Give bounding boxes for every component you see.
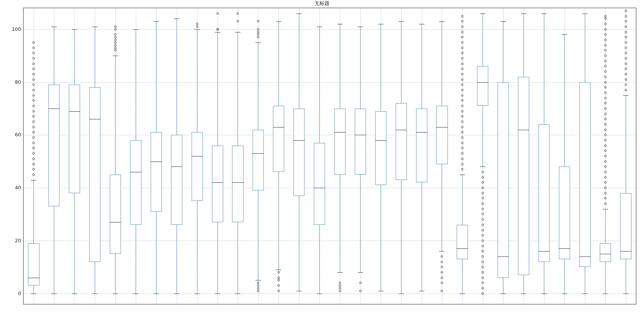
whisker-cap-lo [51, 294, 57, 294]
outlier-marker [32, 115, 35, 117]
box [232, 146, 243, 222]
box [69, 85, 80, 193]
outlier-marker [482, 261, 484, 263]
outlier-marker [604, 54, 607, 57]
whisker-cap-lo [603, 294, 608, 294]
whisker-cap-lo [500, 294, 506, 294]
box [355, 109, 366, 175]
median-line [150, 161, 162, 162]
whisker-cap-lo [174, 294, 179, 294]
outlier-marker [604, 102, 607, 104]
outlier-marker [461, 105, 463, 107]
median-line [355, 135, 366, 135]
whisker-cap-lo [378, 291, 384, 291]
median-line [253, 153, 264, 154]
outlier-marker [604, 155, 607, 157]
outlier-marker [625, 63, 627, 65]
whisker-cap-hi [154, 21, 159, 22]
whisker-cap-hi [460, 175, 465, 175]
outlier-marker [257, 287, 259, 289]
whisker-cap-lo [582, 294, 588, 294]
outlier-marker [604, 160, 607, 163]
outlier-marker [625, 20, 627, 22]
outlier-marker [604, 23, 607, 25]
whisker-cap-hi [562, 34, 567, 35]
outlier-marker [114, 33, 117, 36]
median-line [620, 251, 631, 251]
outlier-marker [32, 131, 35, 133]
median-line [294, 140, 305, 141]
whisker-cap-lo [194, 294, 200, 294]
outlier-marker [461, 52, 463, 54]
outlier-marker [277, 290, 280, 292]
outlier-marker [32, 110, 35, 112]
median-line [28, 278, 39, 278]
median-line [579, 257, 590, 257]
outlier-marker [32, 163, 35, 165]
outlier-marker [604, 97, 607, 99]
whisker-cap-lo [541, 294, 547, 294]
box [294, 109, 305, 196]
outlier-marker [482, 176, 484, 178]
outlier-marker [461, 83, 463, 86]
outlier-marker [482, 224, 484, 226]
whisker-cap-hi [72, 29, 77, 30]
outlier-marker [461, 36, 463, 38]
outlier-marker [604, 187, 607, 189]
outlier-marker [32, 89, 35, 91]
box [314, 143, 325, 225]
chart-container: 无标题 020406080100 [0, 0, 644, 316]
outlier-marker [604, 81, 607, 83]
y-tick-label: 0 [4, 290, 21, 296]
outlier-marker [482, 277, 484, 279]
median-line [498, 257, 509, 257]
outlier-marker [216, 28, 219, 31]
box [396, 103, 407, 180]
outlier-marker [482, 292, 484, 295]
outlier-marker [604, 49, 607, 51]
outlier-marker [461, 47, 463, 49]
outlier-marker [604, 134, 607, 136]
whisker-cap-lo [623, 294, 629, 294]
outlier-marker [482, 187, 484, 189]
box [538, 124, 549, 262]
median-line [212, 182, 223, 183]
whisker-cap-hi [541, 14, 547, 14]
whisker-cap-hi [276, 21, 281, 22]
box [498, 82, 509, 278]
outlier-marker [604, 33, 607, 36]
outlier-marker [32, 73, 35, 75]
outlier-marker [237, 20, 239, 22]
outlier-marker [32, 47, 35, 49]
whisker-cap-hi [439, 21, 445, 22]
outlier-marker [32, 52, 35, 54]
median-line [518, 130, 529, 130]
outlier-marker [461, 63, 463, 65]
outlier-marker [277, 279, 280, 281]
outlier-marker [32, 173, 35, 176]
whisker-cap-lo [92, 294, 98, 294]
outlier-marker [339, 282, 341, 284]
outlier-marker [257, 36, 259, 38]
median-line [69, 111, 80, 112]
whisker-cap-lo [317, 294, 322, 294]
median-line [314, 188, 325, 188]
outlier-marker [359, 282, 362, 284]
box [253, 130, 264, 190]
whisker-cap-hi [113, 56, 118, 56]
outlier-marker [482, 234, 484, 236]
whisker-cap-hi [623, 95, 629, 96]
box [171, 135, 182, 225]
box [49, 85, 60, 206]
whisker-cap-hi [194, 29, 200, 30]
median-line [396, 130, 407, 130]
outlier-marker [461, 126, 463, 128]
whisker-cap-hi [215, 32, 220, 32]
outlier-marker [461, 94, 463, 97]
box [579, 82, 590, 267]
median-line [457, 248, 468, 249]
box [457, 225, 468, 259]
outlier-marker [32, 63, 35, 65]
whisker-cap-lo [31, 294, 36, 294]
median-line [130, 172, 141, 172]
